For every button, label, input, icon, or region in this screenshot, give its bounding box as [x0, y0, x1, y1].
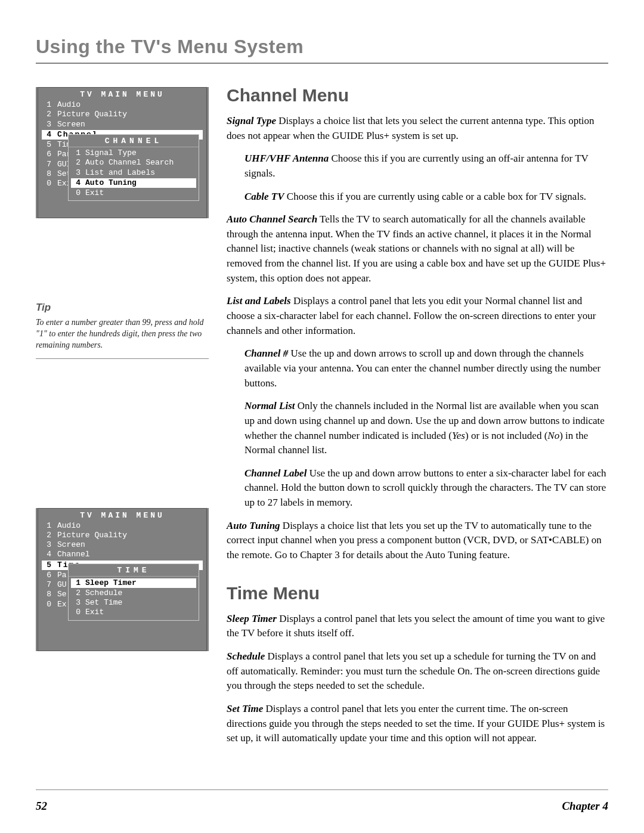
- term-channel-number: Channel #: [244, 348, 288, 359]
- main-menu-item: 1Audio: [43, 100, 202, 110]
- paragraph: UHF/VHF Antenna Choose this if you are c…: [244, 151, 608, 181]
- submenu-item: 2Auto Channel Search: [72, 158, 195, 168]
- submenu-item: 3List and Labels: [72, 168, 195, 178]
- submenu-item: 0Exit: [72, 188, 195, 198]
- term-cable-tv: Cable TV: [244, 191, 284, 202]
- main-menu-item: 2Picture Quality: [43, 531, 202, 540]
- menu-item-number: 7: [44, 580, 51, 590]
- menu-item-number: 2: [44, 531, 51, 540]
- term-normal-list: Normal List: [244, 400, 295, 411]
- menu-item-label: Screen: [57, 540, 200, 550]
- menu-item-number: 8: [44, 169, 51, 179]
- divider: [36, 358, 209, 359]
- menu-item-number: 6: [44, 571, 51, 580]
- menu-item-label: Picture Quality: [57, 531, 200, 540]
- menu-item-number: 0: [73, 188, 80, 198]
- term-auto-tuning: Auto Tuning: [227, 520, 280, 531]
- menu-item-number: 1: [44, 100, 51, 110]
- channel-submenu-title: CHANNEL: [69, 135, 199, 147]
- menu-item-number: 2: [73, 158, 80, 168]
- submenu-item: 2Schedule: [72, 589, 195, 598]
- menu-item-number: 7: [44, 160, 51, 169]
- divider: [36, 789, 608, 790]
- text: Displays a control panel that lets you s…: [227, 651, 600, 691]
- paragraph: Auto Tuning Displays a choice list that …: [227, 519, 608, 563]
- menu-item-label: Audio: [57, 100, 200, 110]
- menu-item-number: 5: [44, 140, 51, 150]
- paragraph: Schedule Displays a control panel that l…: [227, 649, 608, 693]
- text: Displays a control panel that lets you e…: [227, 703, 605, 744]
- menu-item-number: 6: [44, 150, 51, 159]
- text: ) or is not included (: [465, 430, 547, 441]
- menu-item-label: Auto Tuning: [85, 178, 194, 188]
- text: Use the up and down arrows to scroll up …: [244, 348, 600, 388]
- tip-text: To enter a number greater than 99, press…: [36, 317, 209, 351]
- emphasis: No: [547, 430, 559, 441]
- menu-item-label: Exit: [85, 188, 194, 198]
- menu-item-number: 8: [44, 590, 51, 599]
- page-number: 52: [36, 800, 47, 813]
- menu-item-label: Channel: [57, 550, 200, 559]
- menu-item-number: 4: [44, 550, 51, 559]
- time-submenu: TIME 1Sleep Timer2Schedule3Set Time0Exit: [68, 563, 199, 621]
- menu-item-number: 0: [73, 608, 80, 617]
- paragraph: Signal Type Displays a choice list that …: [227, 114, 608, 143]
- term-channel-label: Channel Label: [244, 467, 306, 479]
- menu-item-number: 2: [44, 110, 51, 119]
- menu-item-number: 0: [44, 600, 51, 609]
- term-auto-channel-search: Auto Channel Search: [227, 213, 317, 225]
- main-menu-item: 1Audio: [43, 521, 202, 531]
- submenu-item: 1Sleep Timer: [71, 578, 196, 588]
- menu-item-number: 3: [44, 540, 51, 550]
- menu-item-number: 0: [44, 179, 51, 188]
- time-submenu-title: TIME: [69, 564, 199, 577]
- tv-main-menu-title: TV MAIN MENU: [38, 88, 206, 100]
- menu-item-label: Screen: [57, 120, 200, 129]
- channel-submenu: CHANNEL 1Signal Type2Auto Channel Search…: [68, 134, 199, 201]
- text: Displays a choice list that lets you sel…: [227, 115, 595, 141]
- menu-item-label: Sleep Timer: [85, 578, 194, 588]
- term-signal-type: Signal Type: [227, 115, 276, 126]
- main-menu-item: 3Screen: [43, 120, 202, 129]
- paragraph: Cable TV Choose this if you are currentl…: [244, 190, 608, 205]
- paragraph: Channel Label Use the up and down arrow …: [244, 466, 608, 510]
- menu-item-label: Picture Quality: [57, 110, 200, 119]
- term-list-and-labels: List and Labels: [227, 295, 291, 306]
- submenu-item: 1Signal Type: [72, 148, 195, 158]
- tip-heading: Tip: [36, 302, 209, 314]
- menu-item-number: 1: [73, 148, 80, 158]
- text: Choose this if you are currently using c…: [284, 191, 586, 202]
- menu-item-label: Exit: [85, 608, 194, 617]
- channel-menu-heading: Channel Menu: [227, 85, 608, 106]
- menu-item-label: List and Labels: [85, 168, 194, 178]
- paragraph: Set Time Displays a control panel that l…: [227, 702, 608, 746]
- term-set-time: Set Time: [227, 703, 263, 714]
- paragraph: Normal List Only the channels included i…: [244, 399, 608, 458]
- term-schedule: Schedule: [227, 651, 265, 662]
- main-menu-item: 4Channel: [43, 550, 202, 559]
- menu-item-number: 4: [44, 130, 51, 140]
- menu-item-number: 1: [73, 578, 80, 588]
- paragraph: Channel # Use the up and down arrows to …: [244, 346, 608, 391]
- text: Displays a choice list that lets you set…: [227, 520, 602, 561]
- main-menu-item: 3Screen: [43, 540, 202, 550]
- paragraph: Auto Channel Search Tells the TV to sear…: [227, 212, 608, 286]
- menu-item-label: Audio: [57, 521, 200, 531]
- submenu-item: 4Auto Tuning: [71, 178, 196, 188]
- submenu-item: 3Set Time: [72, 598, 195, 608]
- term-sleep-timer: Sleep Timer: [227, 613, 277, 624]
- submenu-item: 0Exit: [72, 608, 195, 617]
- menu-item-number: 1: [44, 521, 51, 531]
- paragraph: List and Labels Displays a control panel…: [227, 294, 608, 338]
- menu-item-label: Schedule: [85, 589, 194, 598]
- text: Displays a control panel that lets you s…: [227, 613, 605, 639]
- menu-item-label: Set Time: [85, 598, 194, 608]
- menu-item-label: Auto Channel Search: [85, 158, 194, 168]
- chapter-label: Chapter 4: [562, 800, 608, 813]
- menu-item-number: 3: [73, 168, 80, 178]
- tv-menu-channel: TV MAIN MENU 1Audio2Picture Quality3Scre…: [36, 87, 209, 218]
- tv-main-menu-title: TV MAIN MENU: [38, 509, 206, 521]
- page-title: Using the TV's Menu System: [36, 36, 608, 64]
- menu-item-number: 3: [44, 120, 51, 129]
- menu-item-number: 4: [73, 178, 80, 188]
